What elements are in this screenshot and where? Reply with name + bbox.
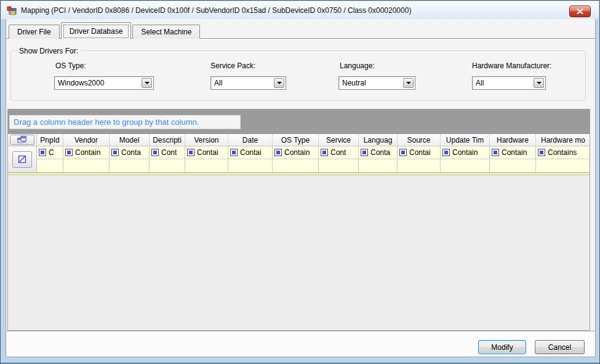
- filter-operator-icon[interactable]: [274, 149, 282, 156]
- column-header-version[interactable]: Version: [185, 134, 228, 146]
- column-header-languag[interactable]: Languag: [359, 134, 398, 146]
- os-type-select[interactable]: Windows2000: [54, 76, 154, 90]
- column-header-hardware-mo[interactable]: Hardware mo: [536, 134, 590, 146]
- os-type-value: Windows2000: [58, 79, 104, 87]
- filter-operator-icon[interactable]: [151, 149, 159, 156]
- language-select[interactable]: Neutral: [338, 76, 415, 90]
- tab-driver-database[interactable]: Driver Database: [61, 22, 132, 39]
- customize-columns-icon: [17, 136, 27, 144]
- filter-cell-pnpid[interactable]: C: [37, 146, 63, 159]
- filter-operator-glyph: [276, 151, 280, 154]
- filter-cell-os-type[interactable]: Contain: [273, 146, 319, 159]
- filter-input-hardware[interactable]: [490, 159, 536, 172]
- filter-cell-source[interactable]: Contai: [398, 146, 441, 159]
- filter-operator-icon[interactable]: [538, 149, 545, 156]
- filter-operator-text: Contain: [502, 148, 527, 157]
- close-icon: [577, 9, 583, 14]
- column-header-update-tim[interactable]: Update Tim: [441, 134, 490, 146]
- tab-select-machine[interactable]: Select Machine: [132, 25, 200, 39]
- bottom-panel: Modify Cancel: [6, 331, 595, 357]
- filter-operator-glyph: [232, 151, 236, 154]
- filter-operator-icon[interactable]: [399, 149, 407, 156]
- service-pack-select[interactable]: All: [210, 76, 286, 90]
- language-dropdown-button[interactable]: [403, 78, 414, 88]
- hardware-manufacturer-dropdown-button[interactable]: [534, 78, 544, 88]
- grid-header-row: PnpIdVendorModelDescriptiVersionDateOS T…: [8, 134, 590, 146]
- filter-input-service[interactable]: [319, 159, 359, 172]
- column-header-os-type[interactable]: OS Type: [273, 134, 319, 146]
- filter-input-source[interactable]: [398, 159, 441, 172]
- filter-cell-version[interactable]: Contai: [185, 146, 228, 159]
- filter-input-pnpid[interactable]: [37, 159, 63, 172]
- column-header-source[interactable]: Source: [398, 134, 441, 146]
- column-header-hardware[interactable]: Hardware: [490, 134, 536, 146]
- dialog-window: Mapping (PCI / VendorID 0x8086 / DeviceI…: [0, 0, 600, 364]
- close-button[interactable]: [569, 6, 591, 17]
- tab-driver-file[interactable]: Driver File: [9, 25, 60, 39]
- filter-operator-icon[interactable]: [492, 149, 499, 156]
- filter-input-model[interactable]: [110, 159, 150, 172]
- filter-cell-update-tim[interactable]: Contain: [441, 146, 490, 159]
- group-by-band[interactable]: Drag a column header here to group by th…: [8, 109, 590, 134]
- service-pack-label: Service Pack:: [210, 61, 255, 70]
- filter-edit-icon: [18, 155, 26, 164]
- filter-operator-icon[interactable]: [111, 149, 119, 156]
- modify-button[interactable]: Modify: [478, 340, 526, 354]
- filter-empty-row: [37, 159, 590, 172]
- tab-bar: Driver FileDriver DatabaseSelect Machine: [9, 21, 201, 39]
- filter-operator-text: Contai: [240, 148, 262, 157]
- filter-operator-text: Conta: [121, 148, 141, 157]
- filter-operator-text: Contains: [548, 148, 577, 157]
- filter-operator-glyph: [153, 151, 157, 154]
- filter-input-date[interactable]: [228, 159, 273, 172]
- chevron-down-icon: [277, 82, 282, 84]
- hardware-manufacturer-label: Hardware Manufacturer:: [472, 61, 551, 70]
- filter-input-version[interactable]: [185, 159, 228, 172]
- filter-operator-text: Contain: [75, 148, 100, 157]
- column-header-model[interactable]: Model: [110, 134, 150, 146]
- hardware-manufacturer-select[interactable]: All: [472, 76, 546, 90]
- filter-operator-glyph: [494, 151, 497, 154]
- filter-operator-icon[interactable]: [321, 149, 328, 156]
- filter-operator-icon[interactable]: [187, 149, 194, 156]
- filter-input-update-tim[interactable]: [441, 159, 490, 172]
- os-type-dropdown-button[interactable]: [142, 78, 152, 88]
- chevron-down-icon: [406, 82, 411, 84]
- cancel-button[interactable]: Cancel: [535, 340, 585, 354]
- column-header-date[interactable]: Date: [228, 134, 273, 146]
- filter-input-languag[interactable]: [359, 159, 398, 172]
- filter-cells: CContainContaContContaiContaiContainCont…: [37, 146, 590, 172]
- filter-operator-text: Contai: [409, 148, 431, 157]
- column-header-service[interactable]: Service: [319, 134, 359, 146]
- filter-cell-vendor[interactable]: Contain: [63, 146, 110, 159]
- filter-cell-descripti[interactable]: Cont: [150, 146, 185, 159]
- filter-cell-date[interactable]: Contai: [228, 146, 273, 159]
- filter-operator-glyph: [189, 151, 193, 154]
- filter-operator-text: Contain: [284, 148, 310, 157]
- column-header-pnpid[interactable]: PnpId: [37, 134, 63, 146]
- filter-operator-icon[interactable]: [230, 149, 238, 156]
- filter-operator-glyph: [113, 151, 117, 154]
- filter-cell-languag[interactable]: Conta: [359, 146, 398, 159]
- filter-operator-icon[interactable]: [361, 149, 368, 156]
- filter-operator-icon[interactable]: [39, 149, 46, 156]
- customize-columns-button[interactable]: [10, 135, 34, 145]
- edit-filter-button[interactable]: [12, 151, 32, 168]
- filter-operator-text: Cont: [330, 148, 346, 157]
- filter-operator-icon[interactable]: [65, 149, 73, 156]
- filter-cell-hardware[interactable]: Contain: [490, 146, 536, 159]
- grid-corner-cell: [8, 134, 37, 146]
- filter-input-hardware-mo[interactable]: [536, 159, 590, 172]
- filter-input-os-type[interactable]: [273, 159, 319, 172]
- filter-operator-glyph: [67, 151, 71, 154]
- filter-cell-model[interactable]: Conta: [110, 146, 150, 159]
- chevron-down-icon: [537, 82, 542, 84]
- filter-operator-icon[interactable]: [442, 149, 450, 156]
- column-header-vendor[interactable]: Vendor: [63, 134, 110, 146]
- filter-cell-hardware-mo[interactable]: Contains: [536, 146, 590, 159]
- filter-cell-service[interactable]: Cont: [319, 146, 359, 159]
- column-header-descripti[interactable]: Descripti: [150, 134, 185, 146]
- filter-input-vendor[interactable]: [63, 159, 110, 172]
- filter-input-descripti[interactable]: [150, 159, 185, 172]
- service-pack-dropdown-button[interactable]: [274, 78, 284, 88]
